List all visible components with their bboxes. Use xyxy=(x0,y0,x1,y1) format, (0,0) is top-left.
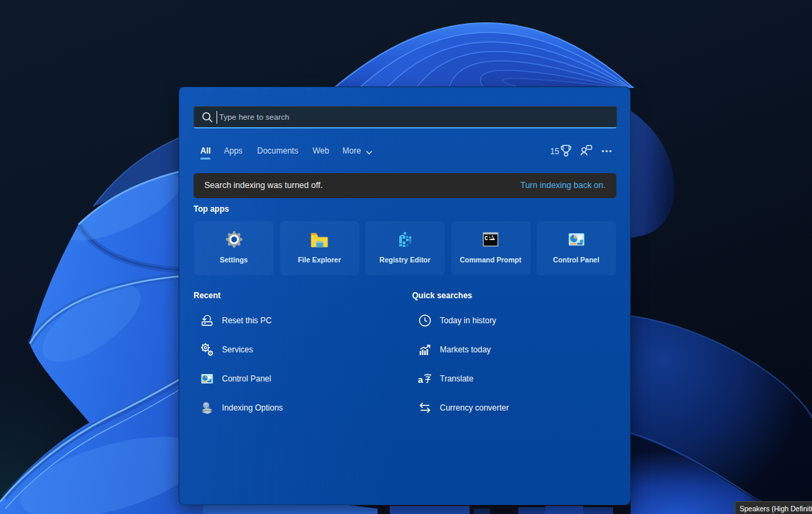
svg-text:C:\: C:\ xyxy=(484,235,495,242)
svg-text:a: a xyxy=(418,375,424,385)
